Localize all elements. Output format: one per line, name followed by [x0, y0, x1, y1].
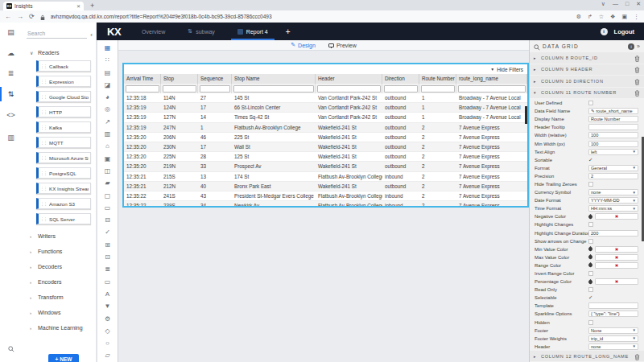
data-grid-widget[interactable]: ▼ Hide Filters Arrival TimeStopSequenceS… — [122, 63, 529, 208]
chart-icon[interactable]: ▥ — [0, 134, 22, 142]
forward-icon[interactable]: → — [17, 14, 23, 20]
column-header-stop[interactable]: Stop — [161, 74, 198, 84]
copy-icon[interactable]: ▤ — [0, 28, 22, 36]
table-row[interactable]: 12:35:21212N40Bronx Park EastWakefield-2… — [124, 182, 527, 191]
checkbox[interactable] — [588, 271, 593, 276]
list-icon[interactable]: ≣ — [0, 69, 22, 77]
columns-widget-icon[interactable]: ◫ — [105, 165, 111, 177]
text-input[interactable]: 2 — [588, 173, 638, 179]
grid-scrollbar[interactable] — [525, 106, 527, 124]
select-input[interactable]: None▼ — [588, 327, 638, 334]
search-icon[interactable] — [534, 40, 540, 54]
window-widget-icon[interactable]: ▢ — [105, 190, 111, 202]
tools-widget-icon[interactable]: ⚙ — [105, 313, 110, 325]
back-icon[interactable]: ← — [5, 14, 11, 20]
drag-handle-icon[interactable]: ∷ — [105, 54, 109, 66]
hierarchy-widget-icon[interactable]: ⊡ — [105, 251, 110, 263]
palette-item-http[interactable]: ⋮⋮HTTP — [36, 106, 91, 117]
bookmark-star-icon[interactable]: ☆ — [599, 14, 604, 20]
checkbox[interactable] — [588, 239, 593, 244]
cube-widget-icon[interactable]: ◇ — [105, 325, 109, 337]
section-column-11-route-number[interactable]: ▾COLUMN 11 ROUTE NUMBER — [530, 88, 644, 99]
palette-item-google-cloud-storage[interactable]: ⋮⋮Google Cloud Storage — [36, 91, 91, 102]
calendar-widget-icon[interactable]: ⊞ — [105, 239, 110, 251]
palette-item-mqtt[interactable]: ⋮⋮MQTT — [36, 137, 91, 148]
new-button[interactable]: + NEW — [48, 354, 79, 362]
color-input[interactable]: ✖ — [595, 262, 638, 269]
color-input[interactable]: ✖ — [595, 246, 638, 253]
checkbox[interactable] — [588, 182, 593, 187]
minimize-icon[interactable]: — — [613, 1, 618, 7]
tabs-widget-icon[interactable]: ▭ — [105, 202, 111, 214]
hide-filters-button[interactable]: Hide Filters — [497, 67, 523, 72]
color-droplet-icon[interactable] — [588, 279, 593, 285]
section-column-10-direction[interactable]: ▸COLUMN 10 DIRECTION — [530, 76, 644, 87]
pipelines-icon[interactable]: ⇅ — [0, 90, 22, 98]
palette-item-kx-insights-stream[interactable]: ⋮⋮KX Insights Stream — [36, 183, 91, 194]
tab-report-4[interactable]: Report 4 — [228, 23, 278, 40]
select-input[interactable]: left▼ — [588, 149, 638, 155]
column-header-direction[interactable]: Direction — [382, 74, 419, 84]
filter-input[interactable] — [163, 85, 196, 93]
refresh-icon[interactable]: ⟳ — [29, 14, 35, 20]
select-input[interactable]: General▼ — [588, 165, 638, 171]
filter-input[interactable] — [458, 85, 526, 93]
clear-color-icon[interactable]: ✖ — [615, 279, 619, 284]
trash-icon[interactable] — [634, 349, 640, 362]
color-droplet-icon[interactable] — [588, 262, 593, 268]
filter-input[interactable] — [384, 85, 418, 93]
home-widget-icon[interactable]: ⌂ — [105, 140, 109, 152]
sidebar-group-encoders[interactable]: ›Encoders — [22, 274, 96, 290]
clear-color-icon[interactable]: ✖ — [615, 247, 619, 252]
table-row[interactable]: 12:35:18114N27145 StVan Cortlandt Park-2… — [124, 93, 527, 103]
text-input[interactable]: 100 — [588, 141, 638, 147]
text-input[interactable] — [588, 302, 638, 309]
menu-kebab-icon[interactable]: ⋮ — [634, 14, 639, 20]
trash-icon[interactable] — [634, 85, 640, 100]
column-header-arrival-time[interactable]: Arrival Time — [124, 74, 161, 84]
url-text[interactable]: avhzmgvdoq.qa.cld.kx.com/report?title=Re… — [51, 14, 571, 19]
info-icon[interactable]: i — [601, 28, 608, 35]
column-header-route-long-name[interactable]: route_long_name — [456, 74, 527, 84]
logout-button[interactable]: Logout — [614, 28, 634, 35]
sidebar-group-decoders[interactable]: ›Decoders — [22, 259, 96, 274]
datagrid-widget-icon[interactable]: ▦ — [105, 42, 111, 54]
checkbox[interactable] — [588, 320, 593, 325]
sidebar-group-machine-learning[interactable]: ›Machine Learning — [22, 320, 96, 335]
text-input[interactable]: Route Number — [588, 116, 638, 122]
select-input[interactable]: none▼ — [588, 189, 638, 195]
pivot-table-widget-icon[interactable]: ▥ — [105, 128, 111, 140]
settings-widget-icon[interactable]: ○ — [105, 337, 109, 349]
sidebar-group-readers[interactable]: ∨Readers — [22, 45, 96, 60]
filter-input[interactable] — [317, 85, 381, 93]
line-chart-widget-icon[interactable]: ↗ — [105, 116, 110, 128]
checkbox-checked-icon[interactable]: ✓ — [588, 294, 592, 301]
table-row[interactable]: 12:35:19124N1766 St-Lincoln CenterVan Co… — [124, 103, 527, 113]
text-input[interactable]: 200 — [588, 230, 638, 237]
donut-chart-widget-icon[interactable]: ◎ — [105, 103, 110, 115]
table-row[interactable]: 12:35:19127N14Times Sq-42 StVan Cortland… — [124, 113, 527, 122]
filter-input[interactable] — [421, 85, 455, 93]
palette-item-kafka[interactable]: ⋮⋮Kafka — [36, 121, 91, 133]
close-icon[interactable]: ✕ — [636, 1, 641, 7]
cards-widget-icon[interactable]: ▣ — [105, 153, 111, 165]
section-column-9-header[interactable]: ▸COLUMN 9 HEADER — [530, 64, 644, 76]
list-widget-icon[interactable]: ≣ — [105, 263, 110, 275]
filter-input[interactable] — [233, 85, 314, 93]
area-chart-widget-icon[interactable]: ◪ — [105, 79, 111, 91]
checkbox[interactable] — [588, 101, 593, 105]
color-input[interactable]: ✖ — [595, 213, 638, 220]
zoom-search-icon[interactable] — [0, 346, 22, 354]
color-droplet-icon[interactable] — [588, 246, 593, 252]
palette-item-postgresql[interactable]: ⋮⋮PostgreSQL — [36, 167, 91, 179]
tab-overview[interactable]: Overview — [132, 23, 175, 40]
text-widget-icon[interactable]: A — [105, 288, 109, 300]
table-row[interactable]: 12:35:20206N46225 StWakefield-241 Stoutb… — [124, 133, 527, 142]
palette-item-callback[interactable]: ⋮⋮Callback — [36, 60, 91, 72]
input-widget-icon[interactable]: ▭ — [105, 276, 111, 288]
clear-color-icon[interactable]: ✖ — [615, 255, 619, 260]
color-droplet-icon[interactable] — [588, 214, 593, 220]
table-row[interactable]: 12:35:20230N17Wall StWakefield-241 Stout… — [124, 142, 527, 152]
palette-item-amazon-s3[interactable]: ⋮⋮Amazon S3 — [36, 198, 91, 209]
sidebar-group-functions[interactable]: ›Functions — [22, 244, 96, 259]
